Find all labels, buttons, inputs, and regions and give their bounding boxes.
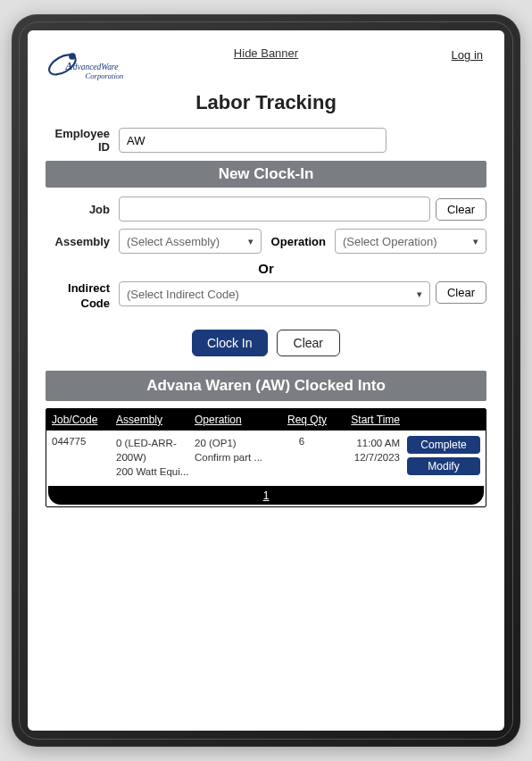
assembly-label: Assembly: [46, 235, 119, 248]
table-header: Job/Code Assembly Operation Req Qty Star…: [46, 409, 486, 431]
clocked-into-header: Advana Waren (AW) Clocked Into: [46, 371, 486, 401]
cell-start: 11:00 AM 12/7/2023: [336, 436, 400, 479]
indirect-code-label: Indirect Code: [46, 281, 119, 312]
app-screen: Hide Banner Log in A dvancedWare Corpora…: [28, 30, 504, 731]
operation-select-value: (Select Operation): [343, 235, 437, 248]
tablet-frame: Hide Banner Log in A dvancedWare Corpora…: [12, 14, 520, 747]
job-input[interactable]: [119, 197, 430, 222]
cell-operation: 20 (OP1) Confirm part ...: [195, 436, 277, 479]
modify-button[interactable]: Modify: [407, 457, 480, 475]
indirect-clear-button[interactable]: Clear: [436, 281, 486, 304]
cell-job: 044775: [52, 436, 116, 479]
table-row: 044775 0 (LED-ARR-200W) 200 Watt Equi...…: [46, 431, 486, 484]
col-assembly[interactable]: Assembly: [116, 414, 195, 426]
job-label: Job: [46, 203, 119, 216]
employee-id-label: Employee ID: [46, 127, 119, 154]
cell-assembly: 0 (LED-ARR-200W) 200 Watt Equi...: [116, 436, 195, 479]
login-link[interactable]: Log in: [452, 48, 483, 62]
col-start-time[interactable]: Start Time: [336, 414, 400, 426]
svg-text:A: A: [64, 60, 72, 72]
assembly-select-value: (Select Assembly): [127, 235, 220, 248]
svg-text:dvancedWare: dvancedWare: [73, 63, 119, 71]
hide-banner-link[interactable]: Hide Banner: [234, 46, 298, 60]
table-pagination[interactable]: 1: [48, 486, 484, 505]
page-title: Labor Tracking: [46, 91, 486, 114]
company-logo: A dvancedWare Corporation: [46, 46, 153, 88]
clock-in-button[interactable]: Clock In: [192, 330, 268, 356]
assembly-select[interactable]: (Select Assembly): [119, 229, 262, 254]
cell-req-qty: 6: [277, 436, 327, 479]
or-divider: Or: [46, 261, 486, 276]
operation-label: Operation: [270, 235, 335, 248]
col-operation[interactable]: Operation: [195, 414, 277, 426]
indirect-code-select[interactable]: (Select Indirect Code): [119, 281, 430, 306]
col-req-qty[interactable]: Req Qty: [277, 414, 327, 426]
job-clear-button[interactable]: Clear: [436, 198, 486, 221]
clear-all-button[interactable]: Clear: [277, 330, 340, 356]
svg-point-1: [69, 53, 76, 60]
col-job[interactable]: Job/Code: [52, 414, 116, 426]
operation-select[interactable]: (Select Operation): [335, 229, 486, 254]
indirect-code-value: (Select Indirect Code): [127, 288, 239, 301]
complete-button[interactable]: Complete: [407, 436, 480, 454]
clocked-table: Job/Code Assembly Operation Req Qty Star…: [46, 408, 486, 507]
new-clockin-header: New Clock-In: [46, 161, 486, 188]
svg-text:Corporation: Corporation: [86, 71, 124, 80]
employee-id-input[interactable]: [119, 128, 387, 153]
